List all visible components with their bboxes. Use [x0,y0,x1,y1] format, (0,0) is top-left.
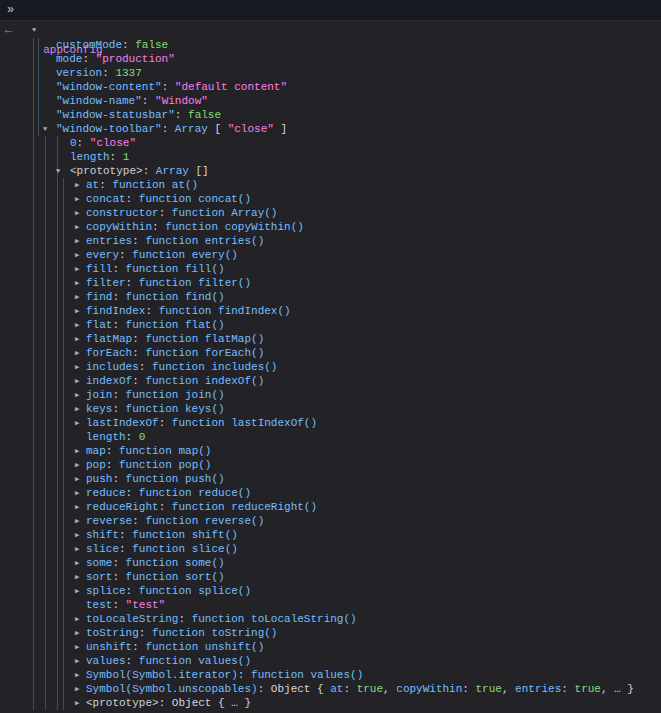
twisty-closed-icon[interactable]: ▶ [72,318,82,332]
tree-row[interactable]: ▶some: function some() [0,556,661,570]
tree-row[interactable]: ▶findIndex: function findIndex() [0,304,661,318]
tree-row[interactable]: ▶flat: function flat() [0,318,661,332]
twisty-closed-icon[interactable]: ▶ [72,234,82,248]
tree-row[interactable]: ▶reduce: function reduce() [0,486,661,500]
twisty-closed-icon[interactable]: ▶ [72,696,82,710]
twisty-closed-icon[interactable]: ▶ [72,570,82,584]
twisty-closed-icon[interactable]: ▶ [72,556,82,570]
tree-indent-guide [33,220,34,234]
twisty-closed-icon[interactable]: ▶ [72,374,82,388]
tree-row[interactable]: ▶unshift: function unshift() [0,640,661,654]
twisty-closed-icon[interactable]: ▶ [72,668,82,682]
plain-text: : [159,501,172,513]
twisty-closed-icon[interactable]: ▶ [72,514,82,528]
tree-row[interactable]: ▶every: function every() [0,248,661,262]
tree-row[interactable]: ▼<prototype>: Array [] [0,164,661,178]
tree-indent-guide [33,136,34,150]
twisty-closed-icon[interactable]: ▶ [72,500,82,514]
plain-text: : [119,249,132,261]
twisty-closed-icon[interactable]: ▶ [72,402,82,416]
twisty-closed-icon[interactable]: ▶ [72,486,82,500]
twisty-open-icon[interactable]: ▼ [29,23,39,38]
twisty-closed-icon[interactable]: ▶ [72,640,82,654]
result-row[interactable]: ← ▼ Object { version: 1337, mode: "produ… [0,23,661,38]
tree-row[interactable]: ▶sort: function sort() [0,570,661,584]
tree-row[interactable]: ▶keys: function keys() [0,402,661,416]
function-value: function pop() [119,459,211,471]
tree-row[interactable]: ▶at: function at() [0,178,661,192]
tree-row[interactable]: ▼"window-toolbar": Array [ "close" ] [0,122,661,136]
tree-row[interactable]: ▶filter: function filter() [0,276,661,290]
property-name: at [330,683,343,695]
tree-indent-guide [45,318,46,332]
twisty-closed-icon[interactable]: ▶ [72,472,82,486]
twisty-closed-icon[interactable]: ▶ [72,206,82,220]
twisty-closed-icon[interactable]: ▶ [72,262,82,276]
twisty-closed-icon[interactable]: ▶ [72,332,82,346]
plain-text: : [119,529,132,541]
twisty-closed-icon[interactable]: ▶ [72,388,82,402]
twisty-closed-icon[interactable]: ▶ [72,612,82,626]
tree-row[interactable]: ▶values: function values() [0,654,661,668]
twisty-closed-icon[interactable]: ▶ [72,178,82,192]
twisty-closed-icon[interactable]: ▶ [72,304,82,318]
tree-row[interactable]: ▶constructor: function Array() [0,206,661,220]
tree-row[interactable]: ▶pop: function pop() [0,458,661,472]
twisty-closed-icon[interactable]: ▶ [72,654,82,668]
tree-row[interactable]: ▶entries: function entries() [0,234,661,248]
twisty-closed-icon[interactable]: ▶ [72,584,82,598]
tree-row[interactable]: ▶includes: function includes() [0,360,661,374]
tree-row[interactable]: ▶<prototype>: Object { … } [0,696,661,710]
tree-row[interactable]: ▶find: function find() [0,290,661,304]
string-value: "test" [126,599,166,611]
tree-row[interactable]: ▶fill: function fill() [0,262,661,276]
tree-indent-guide [63,528,64,542]
tree-indent-guide [33,444,34,458]
twisty-closed-icon[interactable]: ▶ [72,346,82,360]
tree-row[interactable]: ▶lastIndexOf: function lastIndexOf() [0,416,661,430]
tree-row[interactable]: ▶toLocaleString: function toLocaleString… [0,612,661,626]
tree-row[interactable]: ▶shift: function shift() [0,528,661,542]
tree-indent-guide [33,542,34,556]
tree-row[interactable]: ▶flatMap: function flatMap() [0,332,661,346]
twisty-closed-icon[interactable]: ▶ [72,682,82,696]
tree-row[interactable]: ▶concat: function concat() [0,192,661,206]
tree-indent-guide [57,234,58,248]
twisty-closed-icon[interactable]: ▶ [72,626,82,640]
tree-indent-guide [33,80,34,94]
tree-row[interactable]: ▶join: function join() [0,388,661,402]
plain-text: : [162,81,175,93]
tree-row[interactable]: ▶splice: function splice() [0,584,661,598]
tree-row[interactable]: ▶Symbol(Symbol.iterator): function value… [0,668,661,682]
twisty-closed-icon[interactable]: ▶ [72,444,82,458]
twisty-closed-icon[interactable]: ▶ [72,192,82,206]
string-value: "close" [228,123,274,135]
twisty-open-icon[interactable]: ▼ [40,122,50,136]
function-value: function reverse() [145,515,264,527]
twisty-closed-icon[interactable]: ▶ [72,416,82,430]
twisty-closed-icon[interactable]: ▶ [72,276,82,290]
twisty-closed-icon[interactable]: ▶ [72,528,82,542]
twisty-closed-icon[interactable]: ▶ [72,458,82,472]
tree-row[interactable]: ▶reverse: function reverse() [0,514,661,528]
property-name: forEach [86,347,132,359]
tree-row[interactable]: ▶toString: function toString() [0,626,661,640]
tree-row[interactable]: ▶indexOf: function indexOf() [0,374,661,388]
tree-indent-guide [33,164,34,178]
plain-text: , … } [601,683,634,695]
twisty-closed-icon[interactable]: ▶ [72,290,82,304]
twisty-closed-icon[interactable]: ▶ [72,220,82,234]
tree-row[interactable]: ▶reduceRight: function reduceRight() [0,500,661,514]
tree-row[interactable]: ▶map: function map() [0,444,661,458]
tree-row[interactable]: ▶copyWithin: function copyWithin() [0,220,661,234]
twisty-closed-icon[interactable]: ▶ [72,360,82,374]
twisty-open-icon[interactable]: ▼ [53,164,63,178]
tree-row[interactable]: ▶push: function push() [0,472,661,486]
tree-row[interactable]: ▶forEach: function forEach() [0,346,661,360]
twisty-closed-icon[interactable]: ▶ [72,248,82,262]
tree-row[interactable]: ▶Symbol(Symbol.unscopables): Object { at… [0,682,661,696]
console-input-row[interactable]: » appConfig [0,0,661,21]
twisty-closed-icon[interactable]: ▶ [72,542,82,556]
tree-row[interactable]: ▶slice: function slice() [0,542,661,556]
tree-indent-guide [63,388,64,402]
